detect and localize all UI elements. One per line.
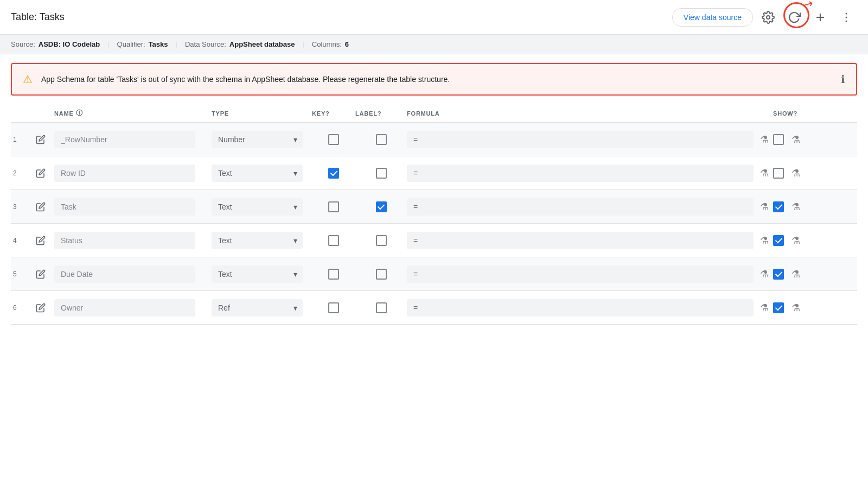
name-cell bbox=[54, 265, 212, 283]
show-flask-icon[interactable]: ⚗ bbox=[787, 265, 805, 283]
name-input[interactable] bbox=[54, 265, 195, 283]
type-cell: Number Text Ref Date DateTime Boolean bbox=[212, 165, 312, 182]
type-select[interactable]: Number Text Ref Date DateTime Boolean bbox=[212, 131, 303, 148]
show-flask-icon[interactable]: ⚗ bbox=[787, 299, 805, 317]
label-cell[interactable] bbox=[355, 235, 407, 246]
col-show-header: SHOW? bbox=[773, 109, 827, 118]
type-select[interactable]: Number Text Ref Date DateTime Boolean bbox=[212, 165, 303, 182]
show-flask-icon[interactable]: ⚗ bbox=[787, 198, 805, 216]
key-cell[interactable] bbox=[312, 134, 355, 145]
key-checkbox[interactable] bbox=[328, 168, 339, 179]
formula-flask-icon[interactable]: ⚗ bbox=[756, 299, 773, 317]
row-edit-button[interactable] bbox=[27, 168, 54, 178]
name-input[interactable] bbox=[54, 299, 195, 317]
settings-button[interactable] bbox=[757, 7, 779, 28]
formula-flask-icon[interactable]: ⚗ bbox=[756, 265, 773, 283]
row-edit-button[interactable] bbox=[27, 303, 54, 313]
refresh-button-wrapper: ↗ bbox=[783, 7, 805, 28]
formula-cell: ⚗ bbox=[407, 232, 773, 249]
name-input[interactable] bbox=[54, 165, 195, 182]
formula-flask-icon[interactable]: ⚗ bbox=[756, 131, 773, 148]
pencil-icon bbox=[36, 202, 46, 212]
key-cell[interactable] bbox=[312, 269, 355, 280]
sep1: | bbox=[107, 40, 109, 48]
col-name-header: NAME ⓘ bbox=[54, 109, 212, 118]
refresh-icon bbox=[788, 11, 801, 24]
key-cell[interactable] bbox=[312, 201, 355, 212]
more-button[interactable] bbox=[835, 7, 857, 28]
formula-input[interactable] bbox=[407, 198, 754, 216]
show-flask-icon[interactable]: ⚗ bbox=[787, 131, 805, 148]
show-checkbox[interactable] bbox=[773, 168, 784, 179]
type-cell: Number Text Ref Date DateTime Boolean bbox=[212, 265, 312, 283]
type-select[interactable]: Number Text Ref Date DateTime Boolean bbox=[212, 198, 303, 216]
type-select[interactable]: Number Text Ref Date DateTime Boolean bbox=[212, 265, 303, 283]
row-edit-button[interactable] bbox=[27, 236, 54, 245]
key-checkbox[interactable] bbox=[328, 302, 339, 313]
key-checkbox[interactable] bbox=[328, 201, 339, 212]
label-checkbox[interactable] bbox=[376, 201, 387, 212]
formula-flask-icon[interactable]: ⚗ bbox=[756, 198, 773, 216]
type-select[interactable]: Number Text Ref Date DateTime Boolean bbox=[212, 299, 303, 317]
formula-input[interactable] bbox=[407, 265, 754, 283]
sep3: | bbox=[302, 40, 304, 48]
key-checkbox[interactable] bbox=[328, 235, 339, 246]
show-cell: ⚗ bbox=[773, 131, 827, 148]
info-icon[interactable]: ℹ bbox=[841, 73, 845, 86]
svg-point-3 bbox=[846, 12, 847, 14]
show-checkbox[interactable] bbox=[773, 302, 784, 313]
name-cell bbox=[54, 165, 212, 182]
label-checkbox[interactable] bbox=[376, 134, 387, 145]
key-cell[interactable] bbox=[312, 302, 355, 313]
refresh-button[interactable] bbox=[783, 7, 805, 28]
key-checkbox[interactable] bbox=[328, 269, 339, 280]
name-input[interactable] bbox=[54, 131, 195, 148]
col-type-header: TYPE bbox=[212, 109, 312, 118]
label-cell[interactable] bbox=[355, 168, 407, 179]
add-button[interactable] bbox=[809, 7, 831, 28]
show-checkbox[interactable] bbox=[773, 134, 784, 145]
key-cell[interactable] bbox=[312, 168, 355, 179]
show-checkbox[interactable] bbox=[773, 269, 784, 280]
view-data-source-button[interactable]: View data source bbox=[672, 8, 753, 27]
show-cell: ⚗ bbox=[773, 265, 827, 283]
row-edit-button[interactable] bbox=[27, 202, 54, 212]
row-edit-button[interactable] bbox=[27, 135, 54, 144]
label-checkbox[interactable] bbox=[376, 302, 387, 313]
label-cell[interactable] bbox=[355, 269, 407, 280]
pencil-icon bbox=[36, 168, 46, 178]
formula-input[interactable] bbox=[407, 165, 754, 182]
label-cell[interactable] bbox=[355, 302, 407, 313]
type-select[interactable]: Number Text Ref Date DateTime Boolean bbox=[212, 232, 303, 249]
col-key-header: KEY? bbox=[312, 109, 355, 118]
label-checkbox[interactable] bbox=[376, 269, 387, 280]
key-cell[interactable] bbox=[312, 235, 355, 246]
show-checkbox[interactable] bbox=[773, 235, 784, 246]
name-input[interactable] bbox=[54, 198, 195, 216]
label-cell[interactable] bbox=[355, 201, 407, 212]
show-flask-icon[interactable]: ⚗ bbox=[787, 165, 805, 182]
table-row: 2 Number Text Ref Date DateTime Boolean bbox=[11, 156, 857, 190]
label-checkbox[interactable] bbox=[376, 235, 387, 246]
name-input[interactable] bbox=[54, 232, 195, 249]
formula-flask-icon[interactable]: ⚗ bbox=[756, 165, 773, 182]
show-flask-icon[interactable]: ⚗ bbox=[787, 232, 805, 249]
qualifier-value: Tasks bbox=[149, 40, 168, 48]
formula-input[interactable] bbox=[407, 299, 754, 317]
show-cell: ⚗ bbox=[773, 165, 827, 182]
show-checkbox[interactable] bbox=[773, 201, 784, 212]
label-cell[interactable] bbox=[355, 134, 407, 145]
label-checkbox[interactable] bbox=[376, 168, 387, 179]
row-number: 6 bbox=[11, 304, 27, 312]
formula-input[interactable] bbox=[407, 131, 754, 148]
formula-cell: ⚗ bbox=[407, 131, 773, 148]
alert-banner: ⚠ App Schema for table 'Tasks' is out of… bbox=[11, 63, 857, 96]
header: Table: Tasks View data source ↗ bbox=[0, 0, 868, 35]
key-checkbox[interactable] bbox=[328, 134, 339, 145]
row-edit-button[interactable] bbox=[27, 269, 54, 279]
type-cell: Number Text Ref Date DateTime Boolean bbox=[212, 131, 312, 148]
formula-flask-icon[interactable]: ⚗ bbox=[756, 232, 773, 249]
pencil-icon bbox=[36, 236, 46, 245]
data-rows-container: 1 Number Text Ref Date DateTime Boolean bbox=[11, 123, 857, 325]
formula-input[interactable] bbox=[407, 232, 754, 249]
